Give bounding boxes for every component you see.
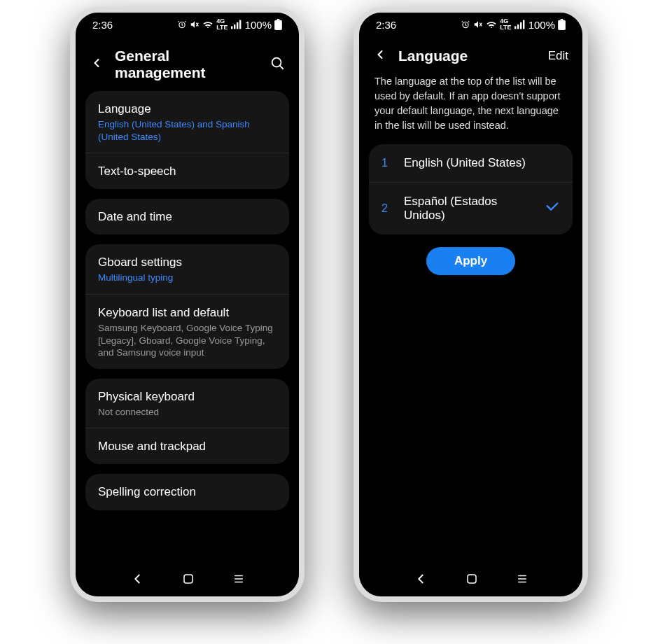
svg-rect-3 bbox=[231, 26, 232, 29]
status-time: 2:36 bbox=[376, 19, 396, 31]
settings-row-keyboard-list[interactable]: Keyboard list and default Samsung Keyboa… bbox=[85, 294, 289, 369]
svg-rect-6 bbox=[239, 20, 241, 29]
svg-rect-11 bbox=[184, 575, 192, 583]
row-label: Keyboard list and default bbox=[98, 305, 276, 321]
row-label: Language bbox=[98, 102, 276, 117]
nav-home[interactable] bbox=[182, 573, 195, 585]
language-content: The language at the top of the list will… bbox=[359, 74, 582, 564]
search-button[interactable] bbox=[270, 55, 285, 74]
nav-recent[interactable] bbox=[515, 573, 529, 585]
svg-rect-20 bbox=[520, 22, 522, 29]
svg-rect-23 bbox=[561, 19, 564, 20]
page-title: General management bbox=[115, 48, 258, 81]
language-index: 1 bbox=[382, 157, 391, 169]
row-label: Physical keyboard bbox=[98, 389, 276, 405]
row-label: Gboard settings bbox=[98, 255, 276, 270]
svg-rect-7 bbox=[274, 20, 282, 30]
chevron-left-icon bbox=[373, 48, 387, 62]
nav-bar bbox=[76, 564, 299, 596]
settings-group: Physical keyboard Not connected Mouse an… bbox=[85, 379, 289, 465]
network-label: 4GLTE bbox=[500, 18, 511, 31]
back-button[interactable] bbox=[90, 56, 104, 73]
menu-icon bbox=[515, 573, 529, 585]
settings-row-mouse[interactable]: Mouse and trackpad bbox=[85, 428, 289, 464]
settings-row-gboard[interactable]: Gboard settings Multilingual typing bbox=[85, 244, 289, 294]
status-time: 2:36 bbox=[92, 19, 113, 31]
row-subtitle: Not connected bbox=[98, 406, 276, 419]
svg-rect-8 bbox=[277, 19, 280, 20]
phone-right: 2:36 4GLTE 100% Language Edit bbox=[354, 7, 588, 602]
chevron-left-icon bbox=[130, 571, 145, 587]
signal-icon bbox=[231, 20, 242, 29]
settings-group: Spelling correction bbox=[85, 474, 289, 510]
row-label: Spelling correction bbox=[98, 484, 276, 500]
mute-icon bbox=[190, 20, 200, 29]
status-bar: 2:36 4GLTE 100% bbox=[359, 13, 582, 36]
settings-row-datetime[interactable]: Date and time bbox=[85, 199, 289, 234]
svg-line-10 bbox=[280, 66, 284, 69]
battery-icon bbox=[558, 19, 566, 30]
chevron-left-icon bbox=[413, 571, 428, 587]
battery-icon bbox=[274, 19, 282, 30]
back-button[interactable] bbox=[373, 48, 387, 64]
svg-rect-5 bbox=[237, 22, 238, 29]
language-row[interactable]: 1 English (United States) bbox=[369, 144, 573, 182]
row-label: Date and time bbox=[98, 209, 276, 225]
wifi-icon bbox=[202, 20, 214, 29]
svg-rect-4 bbox=[234, 24, 235, 29]
language-index: 2 bbox=[382, 202, 391, 215]
chevron-left-icon bbox=[90, 56, 104, 70]
help-text: The language at the top of the list will… bbox=[369, 74, 573, 144]
svg-rect-19 bbox=[517, 24, 519, 29]
row-subtitle: English (United States) and Spanish (Uni… bbox=[98, 118, 276, 143]
settings-group: Language English (United States) and Spa… bbox=[85, 91, 289, 189]
settings-group: Gboard settings Multilingual typing Keyb… bbox=[85, 244, 289, 368]
language-row[interactable]: 2 Español (Estados Unidos) bbox=[369, 182, 573, 234]
apply-button[interactable]: Apply bbox=[426, 247, 515, 275]
status-bar: 2:36 4GLTE 100% bbox=[76, 13, 299, 36]
nav-recent[interactable] bbox=[232, 573, 246, 585]
status-icons: 4GLTE 100% bbox=[461, 18, 566, 31]
svg-rect-22 bbox=[558, 20, 566, 30]
wifi-icon bbox=[486, 20, 497, 29]
language-label: English (United States) bbox=[404, 156, 560, 170]
app-bar: Language Edit bbox=[359, 36, 582, 74]
phone-left: 2:36 4GLTE 100% General management bbox=[70, 7, 304, 602]
row-subtitle: Samsung Keyboard, Google Voice Typing [L… bbox=[98, 322, 276, 359]
nav-back[interactable] bbox=[413, 571, 428, 587]
row-label: Text-to-speech bbox=[98, 164, 276, 179]
settings-group: Date and time bbox=[85, 199, 289, 234]
settings-row-spelling[interactable]: Spelling correction bbox=[85, 474, 289, 510]
search-icon bbox=[270, 55, 285, 71]
row-label: Mouse and trackpad bbox=[98, 439, 276, 454]
settings-row-language[interactable]: Language English (United States) and Spa… bbox=[85, 91, 289, 153]
svg-rect-18 bbox=[514, 26, 516, 29]
nav-home[interactable] bbox=[465, 573, 478, 585]
settings-list: Language English (United States) and Spa… bbox=[76, 91, 299, 564]
status-icons: 4GLTE 100% bbox=[177, 18, 282, 31]
nav-bar bbox=[359, 564, 582, 596]
settings-row-physical-keyboard[interactable]: Physical keyboard Not connected bbox=[85, 379, 289, 428]
square-icon bbox=[465, 573, 478, 585]
battery-percent: 100% bbox=[528, 19, 555, 31]
app-bar: General management bbox=[76, 36, 299, 91]
mute-icon bbox=[473, 20, 483, 29]
language-label: Español (Estados Unidos) bbox=[404, 195, 532, 223]
menu-icon bbox=[232, 573, 246, 585]
page-title: Language bbox=[398, 48, 537, 64]
language-list: 1 English (United States) 2 Español (Est… bbox=[369, 144, 573, 234]
check-icon bbox=[545, 200, 560, 218]
row-subtitle: Multilingual typing bbox=[98, 272, 276, 284]
settings-row-tts[interactable]: Text-to-speech bbox=[85, 153, 289, 189]
svg-rect-21 bbox=[523, 20, 524, 29]
svg-rect-24 bbox=[468, 575, 476, 583]
signal-icon bbox=[514, 20, 526, 29]
square-icon bbox=[182, 573, 195, 585]
battery-percent: 100% bbox=[245, 19, 272, 31]
edit-button[interactable]: Edit bbox=[548, 49, 568, 63]
network-label: 4GLTE bbox=[216, 18, 227, 31]
alarm-icon bbox=[177, 20, 187, 29]
alarm-icon bbox=[461, 20, 470, 29]
nav-back[interactable] bbox=[130, 571, 145, 587]
